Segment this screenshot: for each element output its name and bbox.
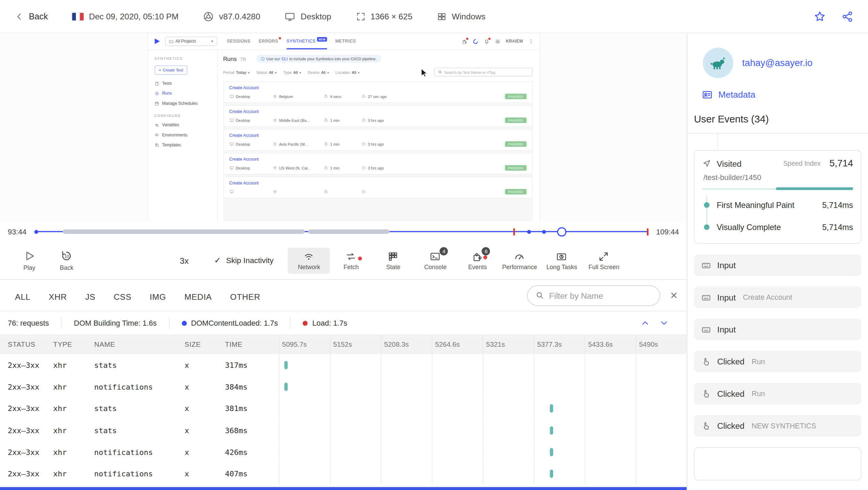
project-selector[interactable]: All Projects ▾ xyxy=(165,36,217,46)
sidebar-item-manage-schedules[interactable]: Manage Schedules xyxy=(154,101,210,106)
user-event-item[interactable]: Input Create Account xyxy=(694,287,862,308)
run-test-name[interactable]: Create Account xyxy=(229,181,526,186)
playback-speed-button[interactable]: 3x xyxy=(180,256,189,265)
inactivity-segment xyxy=(63,229,305,233)
tab-metrics[interactable]: METRICS xyxy=(335,33,356,49)
network-type-tab[interactable]: MEDIA xyxy=(184,282,212,309)
network-type-tab[interactable]: OTHER xyxy=(230,282,260,309)
network-toggle[interactable]: Network xyxy=(288,247,330,274)
kebab-menu-icon[interactable]: ⋮ xyxy=(529,38,534,44)
create-test-button[interactable]: + Create Test xyxy=(154,65,187,75)
request-size: x xyxy=(184,404,225,413)
monitor-icon xyxy=(229,166,234,170)
session-replay-window: Back Dec 09, 2020, 05:10 PM v87.0.4280 D… xyxy=(0,0,868,490)
sidebar-item-variables[interactable]: Variables xyxy=(154,122,210,128)
date-label: Dec 09, 2020, 05:10 PM xyxy=(89,12,178,21)
tab-errors[interactable]: ERRORS xyxy=(259,33,278,49)
share-icon[interactable] xyxy=(841,10,854,22)
sidebar-item-runs[interactable]: Runs xyxy=(154,91,210,96)
tab-sessions[interactable]: SESSIONS xyxy=(227,33,251,49)
replayed-app-main: Runs 76 Use our CLI to include your Synt… xyxy=(218,50,539,222)
request-time: 317ms xyxy=(225,360,279,369)
event-dot xyxy=(34,230,38,233)
visited-event-card[interactable]: Visited Speed Index 5,714 /test-builder/… xyxy=(694,150,862,244)
info-icon xyxy=(260,56,265,61)
network-request-row[interactable]: 2xx–3xx xhr stats x 317ms xyxy=(0,354,687,376)
status-badge: PASSED xyxy=(505,141,526,147)
network-request-row[interactable]: 2xx–3xx xhr stats x 368ms xyxy=(0,419,687,441)
paint-metric-row: First Meaningful Paint 5,714ms xyxy=(702,198,853,212)
filter-by-name-input[interactable] xyxy=(549,291,652,300)
location-pin-icon xyxy=(272,94,277,99)
sidebar-item-templates[interactable]: Templates xyxy=(154,142,210,147)
bell-icon[interactable] xyxy=(484,38,489,44)
skip-inactivity-toggle[interactable]: ✓ Skip Inactivity xyxy=(214,256,274,265)
close-panel-icon[interactable]: ✕ xyxy=(670,290,678,301)
resolution-frame-icon xyxy=(356,11,366,21)
network-request-row[interactable]: 2xx–3xx xhr stats x 381ms xyxy=(0,398,687,420)
waterfall-header: 5095.7s5152s5208.3s5264.6s5321s5377.3s54… xyxy=(279,335,687,354)
run-item[interactable]: Create Account Desktop Asia Pacific (M..… xyxy=(223,129,532,151)
network-type-tab[interactable]: JS xyxy=(85,282,95,309)
play-button[interactable]: Play xyxy=(23,250,35,271)
puzzle-icon xyxy=(472,251,483,262)
waterfall-lane xyxy=(279,398,687,420)
run-item[interactable]: Create Account Desktop Middle East (Ba..… xyxy=(223,105,532,127)
sidebar-item-environments[interactable]: Environments xyxy=(154,132,210,137)
user-email[interactable]: tahay@asayer.io xyxy=(742,58,813,69)
run-item[interactable]: Create Account PASSED xyxy=(223,177,532,198)
cli-link[interactable]: CLI xyxy=(282,57,288,61)
user-menu[interactable]: KRAIEM xyxy=(506,39,523,44)
console-toggle[interactable]: 4 Console xyxy=(414,247,456,274)
network-request-row[interactable]: 2xx–3xx xhr notifications x 426ms xyxy=(0,441,687,463)
run-test-name[interactable]: Create Account xyxy=(229,157,526,162)
run-test-name[interactable]: Create Account xyxy=(229,85,526,91)
performance-toggle[interactable]: Performance xyxy=(499,247,541,274)
network-type-tab[interactable]: CSS xyxy=(114,282,131,309)
section-heading: SYNTHETICS xyxy=(154,56,210,60)
user-event-item[interactable]: Input xyxy=(694,254,862,276)
run-filter-dropdown[interactable]: Location All xyxy=(336,70,359,74)
folder-icon xyxy=(169,39,173,44)
sidebar-item-tests[interactable]: Tests xyxy=(154,81,210,86)
network-type-tab[interactable]: IMG xyxy=(150,282,166,309)
run-item[interactable]: Create Account Desktop US West (N. Cal..… xyxy=(223,153,532,175)
events-toggle[interactable]: 6 Events xyxy=(456,247,499,274)
timeline-track[interactable] xyxy=(34,226,648,238)
fetch-toggle[interactable]: Fetch xyxy=(330,247,372,274)
integrations-icon[interactable] xyxy=(462,38,467,44)
network-request-row[interactable]: 2xx–3xx xhr notifications x 384ms xyxy=(0,376,687,398)
playhead-knob[interactable] xyxy=(557,227,567,236)
user-event-item[interactable]: Input xyxy=(694,318,862,340)
network-request-row[interactable]: 2xx–3xx xhr notifications x 407ms xyxy=(0,463,687,485)
stopwatch-icon xyxy=(323,142,328,146)
network-type-tab[interactable]: ALL xyxy=(15,282,30,309)
run-filter-dropdown[interactable]: Device All xyxy=(308,70,329,74)
loading-spinner-icon xyxy=(473,38,478,44)
network-type-tab[interactable]: XHR xyxy=(49,282,67,309)
tab-synthetics[interactable]: SYNTHETICSNEW xyxy=(287,33,327,49)
jump-next-icon[interactable] xyxy=(659,318,669,328)
favorite-star-icon[interactable] xyxy=(814,10,826,22)
request-status: 2xx–3xx xyxy=(8,382,53,391)
gear-icon[interactable] xyxy=(495,38,500,44)
run-filter-dropdown[interactable]: Type All xyxy=(283,70,301,74)
long-tasks-toggle[interactable]: Long Tasks xyxy=(541,247,583,274)
back-button[interactable]: Back xyxy=(14,11,48,21)
run-test-name[interactable]: Create Account xyxy=(229,109,526,114)
full-screen-toggle[interactable]: Full Screen xyxy=(583,247,625,274)
back-10s-button[interactable]: 10 Back xyxy=(60,250,74,271)
run-filter-dropdown[interactable]: Status All xyxy=(256,70,277,74)
play-icon xyxy=(23,250,35,262)
user-event-item[interactable]: Clicked NEW SYNTHETICS xyxy=(694,415,862,437)
run-filter-dropdown[interactable]: Period Today xyxy=(223,70,250,74)
user-event-item[interactable]: Clicked Run xyxy=(694,383,862,405)
metadata-button[interactable]: Metadata xyxy=(687,78,868,100)
state-toggle[interactable]: State xyxy=(372,247,414,274)
jump-previous-icon[interactable] xyxy=(640,318,650,328)
run-test-name[interactable]: Create Account xyxy=(229,133,526,138)
run-item[interactable]: Create Account Desktop Belgium 4 secs 27… xyxy=(223,81,532,103)
test-search-input[interactable]: Search by Test Name or #Tag xyxy=(434,68,532,77)
event-item-partial[interactable] xyxy=(694,447,862,480)
user-event-item[interactable]: Clicked Run xyxy=(694,351,862,373)
